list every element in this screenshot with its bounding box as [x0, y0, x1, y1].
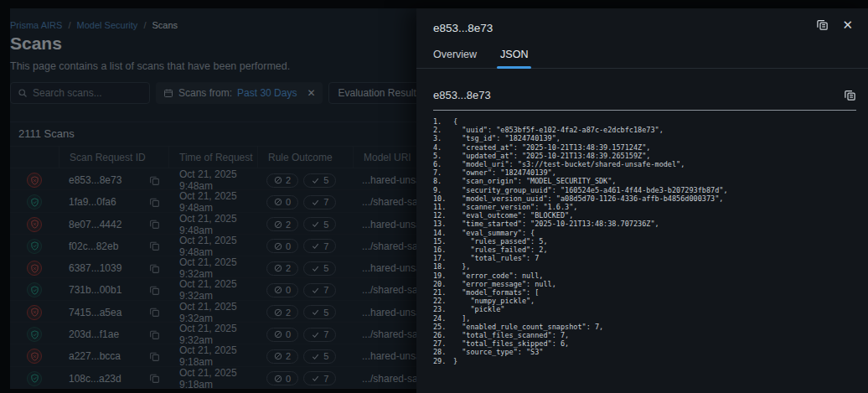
copy-icon[interactable] [844, 89, 856, 101]
drawer-title: e853...8e73 [433, 22, 493, 34]
json-viewer[interactable]: 1.{2. "uuid": "e853bf5f-e102-4fa2-a87c-e… [433, 117, 856, 365]
divider [433, 110, 856, 111]
tab-json[interactable]: JSON [500, 49, 528, 68]
drawer-tabs: Overview JSON [416, 49, 868, 69]
drawer-subtitle: e853...8e73 [433, 89, 491, 101]
close-icon[interactable]: ✕ [842, 18, 853, 31]
tab-overview[interactable]: Overview [433, 49, 477, 68]
copy-icon[interactable] [816, 18, 829, 31]
app-viewport: Prisma AIRS / Model Security / Scans Sca… [0, 0, 868, 393]
scan-detail-drawer: e853...8e73 ✕ Overview JSON e853...8e73 [416, 8, 868, 393]
